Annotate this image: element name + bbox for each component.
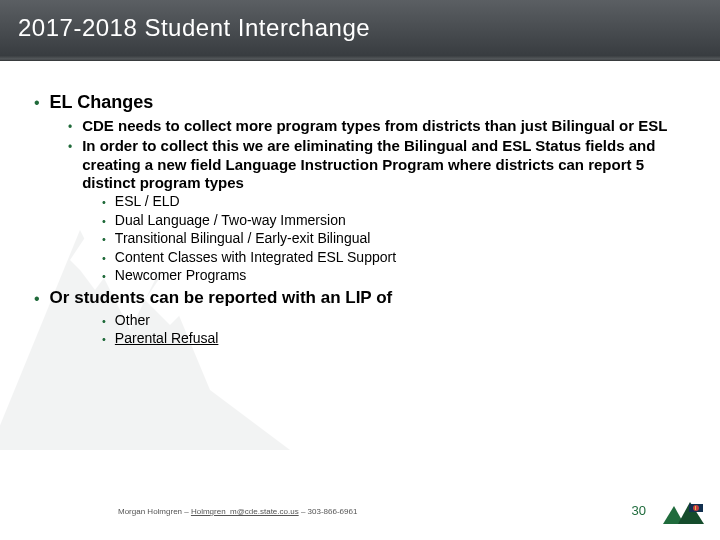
bullet-text: Transitional Bilingual / Early-exit Bili… xyxy=(115,230,371,248)
bullet-level1: • EL Changes xyxy=(34,92,682,113)
bullet-text: ESL / ELD xyxy=(115,193,180,211)
bullet-dot: • xyxy=(34,94,40,113)
slide-title: 2017-2018 Student Interchange xyxy=(18,14,370,42)
bullet-dot: • xyxy=(102,196,106,211)
bullet-level3: • Transitional Bilingual / Early-exit Bi… xyxy=(102,230,682,248)
bullet-text: Other xyxy=(115,312,150,330)
bullet-dot: • xyxy=(102,252,106,267)
page-number: 30 xyxy=(632,503,646,518)
bullet-level3: • Other xyxy=(102,312,682,330)
bullet-dot: • xyxy=(102,333,106,348)
bullet-dot: • xyxy=(102,270,106,285)
bullet-text: Or students can be reported with an LIP … xyxy=(50,288,393,308)
bullet-level3: • Dual Language / Two-way Immersion xyxy=(102,212,682,230)
bullet-text: Newcomer Programs xyxy=(115,267,246,285)
bullet-dot: • xyxy=(34,290,40,308)
bullet-text: Dual Language / Two-way Immersion xyxy=(115,212,346,230)
bullet-level2: • In order to collect this we are elimin… xyxy=(68,137,682,192)
bullet-level3: • ESL / ELD xyxy=(102,193,682,211)
bullet-text: In order to collect this we are eliminat… xyxy=(82,137,682,192)
bullet-level3: • Parental Refusal xyxy=(102,330,682,348)
bullet-text: CDE needs to collect more program types … xyxy=(82,117,667,135)
contact-phone: – 303-866-6961 xyxy=(299,507,358,516)
colorado-logo xyxy=(660,498,706,528)
svg-rect-7 xyxy=(695,506,696,510)
bullet-dot: • xyxy=(68,140,72,192)
contact-email-link[interactable]: Holmgren_m@cde.state.co.us xyxy=(191,507,299,516)
contact-name: Morgan Holmgren – xyxy=(118,507,191,516)
bullet-level1: • Or students can be reported with an LI… xyxy=(34,288,682,308)
bullet-dot: • xyxy=(68,120,72,135)
title-underline xyxy=(0,56,720,61)
bullet-level2: • CDE needs to collect more program type… xyxy=(68,117,682,135)
bullet-dot: • xyxy=(102,315,106,330)
bullet-dot: • xyxy=(102,215,106,230)
bullet-level3: • Content Classes with Integrated ESL Su… xyxy=(102,249,682,267)
bullet-text: Content Classes with Integrated ESL Supp… xyxy=(115,249,396,267)
bullet-level3: • Newcomer Programs xyxy=(102,267,682,285)
bullet-text: EL Changes xyxy=(50,92,154,113)
content-area: • EL Changes • CDE needs to collect more… xyxy=(34,92,682,348)
footer-contact: Morgan Holmgren – Holmgren_m@cde.state.c… xyxy=(118,507,357,516)
title-band: 2017-2018 Student Interchange xyxy=(0,0,720,56)
bullet-text: Parental Refusal xyxy=(115,330,219,348)
bullet-dot: • xyxy=(102,233,106,248)
